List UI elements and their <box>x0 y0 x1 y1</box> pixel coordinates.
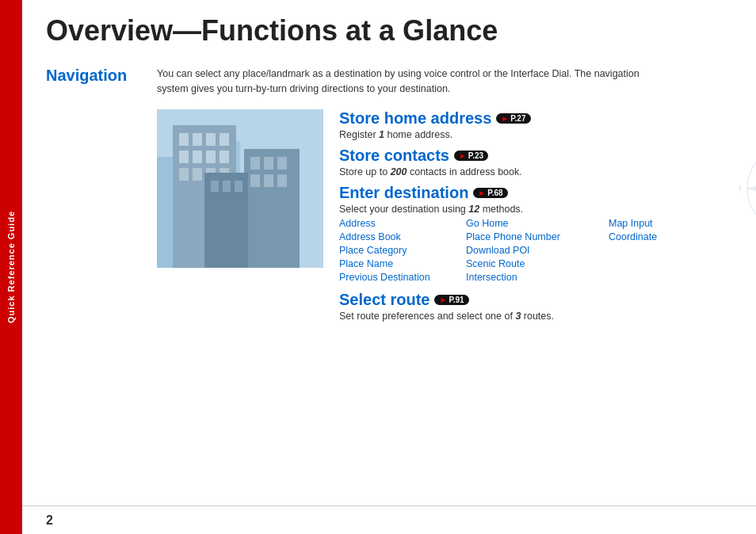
svg-rect-22 <box>277 174 287 187</box>
svg-rect-17 <box>250 157 260 170</box>
select-route-title: Select route ► P.91 <box>339 291 720 309</box>
method-intersection[interactable]: Intersection <box>466 272 609 283</box>
method-place-phone[interactable]: Place Phone Number <box>466 231 609 242</box>
svg-rect-4 <box>179 133 189 146</box>
enter-destination-desc: Select your destination using 12 methods… <box>339 204 720 215</box>
method-place-category[interactable]: Place Category <box>339 245 466 256</box>
store-contacts-badge: ► P.23 <box>454 151 488 161</box>
store-home-desc: Register 1 home address. <box>339 129 720 140</box>
svg-rect-8 <box>179 151 189 163</box>
svg-rect-13 <box>193 168 202 181</box>
enter-destination-badge: ► P.68 <box>473 188 507 198</box>
method-place-name[interactable]: Place Name <box>339 258 466 269</box>
compass-area: S E W W <box>735 109 756 276</box>
intro-text: You can select any place/landmark as a d… <box>157 67 648 97</box>
svg-rect-26 <box>235 181 242 192</box>
svg-rect-7 <box>220 133 229 146</box>
main-content-area: Overview—Functions at a Glance Navigatio… <box>22 0 756 534</box>
store-contacts-title: Store contacts ► P.23 <box>339 147 720 165</box>
svg-rect-19 <box>277 157 287 170</box>
store-contacts-desc: Store up to 200 contacts in address book… <box>339 166 720 177</box>
svg-rect-6 <box>206 133 216 146</box>
select-route-desc: Set route preferences and select one of … <box>339 311 720 322</box>
building-image <box>157 109 323 268</box>
methods-grid: Address Go Home Map Input Address Book P… <box>339 218 720 283</box>
navigation-label: Navigation <box>46 67 149 85</box>
features-content: Store home address ► P.27 Register 1 hom… <box>339 109 720 328</box>
method-previous-destination[interactable]: Previous Destination <box>339 272 466 283</box>
page-footer: 2 <box>22 505 756 534</box>
svg-rect-10 <box>206 151 216 163</box>
page-title: Overview—Functions at a Glance <box>22 0 756 55</box>
method-address[interactable]: Address <box>339 218 466 229</box>
store-home-title: Store home address ► P.27 <box>339 109 720 128</box>
select-route-block: Select route ► P.91 Set route preference… <box>339 291 720 322</box>
method-scenic-route[interactable]: Scenic Route <box>466 258 609 269</box>
side-tab-label: Quick Reference Guide <box>6 211 16 323</box>
svg-rect-18 <box>264 157 273 170</box>
svg-rect-11 <box>220 151 229 163</box>
side-tab: Quick Reference Guide <box>0 0 22 534</box>
store-contacts-block: Store contacts ► P.23 Store up to 200 co… <box>339 147 720 177</box>
main-right-content: You can select any place/landmark as a d… <box>149 55 756 505</box>
store-home-block: Store home address ► P.27 Register 1 hom… <box>339 109 720 140</box>
method-map-input[interactable]: Map Input <box>609 218 720 229</box>
content-body: Navigation You can select any place/land… <box>22 55 756 505</box>
svg-rect-24 <box>211 181 219 192</box>
method-go-home[interactable]: Go Home <box>466 218 609 229</box>
method-download-poi[interactable]: Download POI <box>466 245 609 256</box>
svg-rect-12 <box>179 168 189 181</box>
method-address-book[interactable]: Address Book <box>339 231 466 242</box>
enter-destination-block: Enter destination ► P.68 Select your des… <box>339 184 720 283</box>
page-number: 2 <box>46 513 53 528</box>
svg-rect-9 <box>193 151 202 163</box>
svg-rect-21 <box>264 174 273 187</box>
svg-marker-35 <box>747 182 756 195</box>
enter-destination-title: Enter destination ► P.68 <box>339 184 720 202</box>
svg-rect-5 <box>193 133 202 146</box>
select-route-badge: ► P.91 <box>434 295 468 305</box>
section-label-col: Navigation <box>46 55 149 505</box>
svg-text:W: W <box>739 184 742 195</box>
store-home-badge: ► P.27 <box>496 113 530 124</box>
image-features-row: Store home address ► P.27 Register 1 hom… <box>157 109 756 328</box>
method-coordinate[interactable]: Coordinate <box>609 231 720 242</box>
svg-rect-25 <box>223 181 231 192</box>
svg-rect-20 <box>250 174 260 187</box>
